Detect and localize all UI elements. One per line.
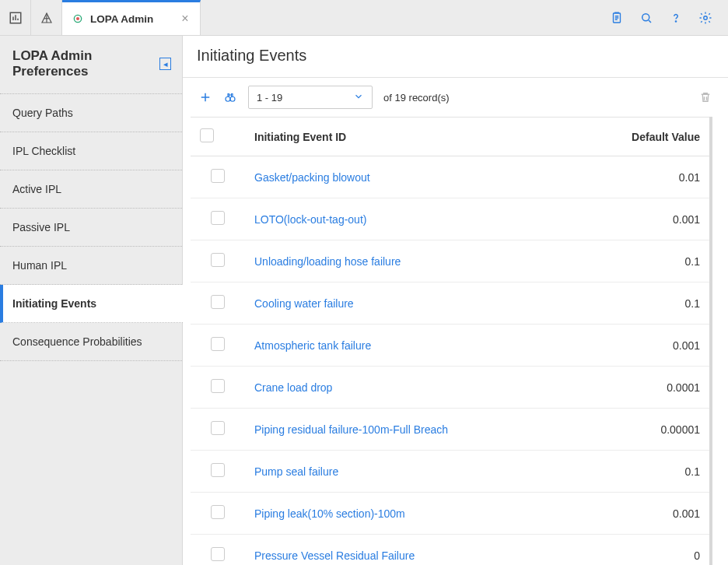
page-range-select[interactable]: 1 - 19 — [248, 86, 373, 109]
sidebar-item-label: Initiating Events — [12, 297, 96, 310]
initiating-event-link[interactable]: Gasket/packing blowout — [254, 171, 370, 184]
initiating-event-link[interactable]: Pressure Vessel Residual Failure — [254, 549, 415, 562]
sidebar-item-consequence-probabilities[interactable]: Consequence Probabilities — [0, 323, 182, 361]
row-id-cell: Crane load drop — [245, 367, 562, 409]
row-select-cell — [191, 409, 245, 451]
sidebar-item-label: Consequence Probabilities — [12, 335, 142, 348]
sidebar-item-query-paths[interactable]: Query Paths — [0, 94, 182, 132]
row-checkbox[interactable] — [211, 295, 225, 309]
column-select — [191, 118, 245, 156]
initiating-event-link[interactable]: Crane load drop — [254, 381, 332, 394]
sidebar-item-active-ipl[interactable]: Active IPL — [0, 170, 182, 209]
sidebar-title: LOPA Admin Preferences — [12, 48, 159, 79]
svg-point-2 — [76, 17, 79, 20]
clipboard-icon[interactable] — [610, 11, 624, 25]
topbar-spacer — [201, 0, 602, 35]
page-title: Initiating Events — [183, 36, 728, 78]
close-icon[interactable]: × — [159, 12, 188, 26]
table-row: Piping leak(10% section)-100m0.001 — [191, 493, 709, 535]
svg-point-5 — [675, 20, 676, 21]
row-select-cell — [191, 156, 245, 198]
initiating-event-link[interactable]: Cooling water failure — [254, 297, 354, 310]
binoculars-icon[interactable] — [223, 90, 237, 104]
row-value-cell: 0.01 — [562, 156, 709, 198]
row-checkbox[interactable] — [211, 253, 225, 267]
sidebar-item-passive-ipl[interactable]: Passive IPL — [0, 209, 182, 247]
row-select-cell — [191, 535, 245, 566]
row-value-cell: 0.001 — [562, 493, 709, 535]
row-select-cell — [191, 325, 245, 367]
row-checkbox[interactable] — [211, 547, 225, 561]
svg-point-6 — [704, 16, 708, 19]
table-row: Piping residual failure-100m-Full Breach… — [191, 409, 709, 451]
row-checkbox[interactable] — [211, 337, 225, 351]
row-checkbox[interactable] — [211, 379, 225, 393]
tab-label: LOPA Admin — [90, 13, 153, 25]
row-value-cell: 0.1 — [562, 240, 709, 282]
main-content: Initiating Events 1 - 19 of 19 record(s) — [183, 36, 728, 565]
table-row: Cooling water failure0.1 — [191, 282, 709, 325]
table-row: LOTO(lock-out-tag-out)0.001 — [191, 198, 709, 240]
row-id-cell: LOTO(lock-out-tag-out) — [245, 198, 562, 240]
row-select-cell — [191, 451, 245, 493]
row-checkbox[interactable] — [211, 505, 225, 519]
total-records: 19 — [394, 92, 405, 104]
table-scroll-area[interactable]: Initiating Event ID Default Value Gasket… — [191, 117, 712, 565]
row-select-cell — [191, 198, 245, 240]
sidebar-item-label: IPL Checklist — [12, 145, 75, 157]
search-icon[interactable] — [639, 11, 653, 25]
sidebar-item-label: Human IPL — [12, 259, 67, 272]
sidebar: LOPA Admin Preferences ◂ Query PathsIPL … — [0, 36, 183, 565]
help-icon[interactable] — [669, 11, 683, 25]
top-actions — [602, 0, 728, 35]
row-id-cell: Piping residual failure-100m-Full Breach — [245, 409, 562, 451]
row-value-cell: 0.0001 — [562, 367, 709, 409]
row-id-cell: Gasket/packing blowout — [245, 156, 562, 198]
column-value[interactable]: Default Value — [562, 118, 709, 156]
nav-triangle-icon[interactable] — [31, 0, 62, 35]
row-value-cell: 0.001 — [562, 198, 709, 240]
collapse-sidebar-icon[interactable]: ◂ — [159, 58, 171, 70]
delete-icon[interactable] — [698, 90, 712, 104]
row-select-cell — [191, 367, 245, 409]
row-checkbox[interactable] — [211, 421, 225, 435]
table-row: Crane load drop0.0001 — [191, 367, 709, 409]
sidebar-header: LOPA Admin Preferences ◂ — [0, 36, 182, 94]
initiating-event-link[interactable]: Unloading/loading hose failure — [254, 255, 401, 268]
row-select-cell — [191, 493, 245, 535]
initiating-event-link[interactable]: Pump seal failure — [254, 465, 338, 478]
row-checkbox[interactable] — [211, 169, 225, 183]
sidebar-item-initiating-events[interactable]: Initiating Events — [0, 285, 183, 323]
row-select-cell — [191, 240, 245, 282]
add-icon[interactable] — [198, 90, 212, 104]
sidebar-item-label: Query Paths — [12, 107, 73, 119]
row-id-cell: Atmospheric tank failure — [245, 325, 562, 367]
initiating-events-table: Initiating Event ID Default Value Gasket… — [191, 117, 709, 565]
initiating-event-link[interactable]: Piping residual failure-100m-Full Breach — [254, 423, 448, 436]
sidebar-item-human-ipl[interactable]: Human IPL — [0, 247, 182, 285]
svg-point-7 — [226, 97, 230, 101]
row-checkbox[interactable] — [211, 211, 225, 225]
select-all-checkbox[interactable] — [200, 128, 214, 142]
records-label: record(s) — [409, 92, 450, 104]
row-id-cell: Piping leak(10% section)-100m — [245, 493, 562, 535]
row-value-cell: 0.001 — [562, 325, 709, 367]
row-value-cell: 0.1 — [562, 282, 709, 325]
tab-lopa-admin[interactable]: LOPA Admin × — [62, 0, 201, 35]
chevron-down-icon — [353, 91, 364, 104]
sidebar-item-ipl-checklist[interactable]: IPL Checklist — [0, 132, 182, 170]
row-value-cell: 0.1 — [562, 451, 709, 493]
column-id[interactable]: Initiating Event ID — [245, 118, 562, 156]
initiating-event-link[interactable]: Atmospheric tank failure — [254, 339, 371, 352]
row-id-cell: Pressure Vessel Residual Failure — [245, 535, 562, 566]
row-checkbox[interactable] — [211, 463, 225, 477]
nav-bar-chart-icon[interactable] — [0, 0, 31, 35]
table-row: Pump seal failure0.1 — [191, 451, 709, 493]
settings-icon[interactable] — [698, 11, 712, 25]
of-label: of — [383, 92, 392, 104]
initiating-event-link[interactable]: LOTO(lock-out-tag-out) — [254, 213, 366, 226]
row-value-cell: 0 — [562, 535, 709, 566]
row-id-cell: Unloading/loading hose failure — [245, 240, 562, 282]
initiating-event-link[interactable]: Piping leak(10% section)-100m — [254, 507, 405, 520]
sidebar-item-label: Passive IPL — [12, 221, 70, 233]
